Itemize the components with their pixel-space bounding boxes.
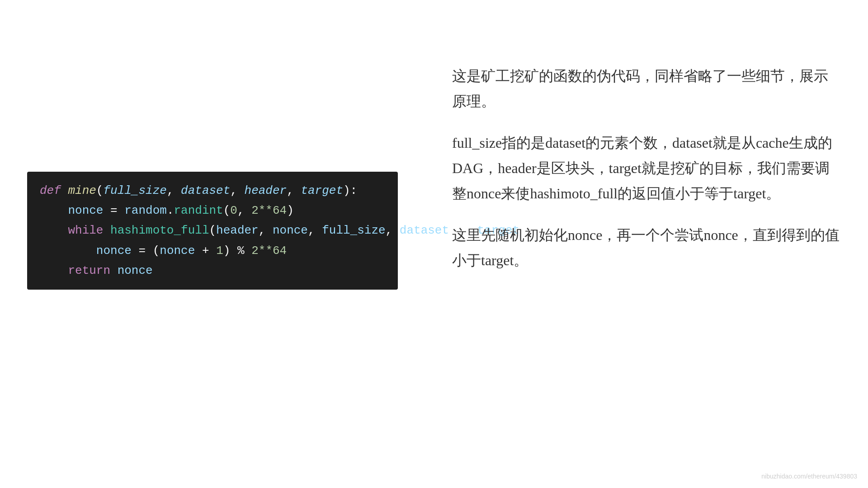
param-target: target [301,184,343,197]
param-dataset: dataset [181,184,230,197]
module-random: random [124,204,167,217]
paragraph-1: 这是矿工挖矿的函数的伪代码，同样省略了一些细节，展示原理。 [452,63,841,114]
num-0: 0 [230,204,237,217]
main-layout: def mine(full_size, dataset, header, tar… [0,0,868,488]
code-block: def mine(full_size, dataset, header, tar… [27,172,398,290]
left-panel: def mine(full_size, dataset, header, tar… [27,172,398,290]
paren-open: ( [96,184,104,197]
method-randint: randint [174,204,223,217]
return-nonce: nonce [118,264,153,277]
keyword-return: return [68,264,110,277]
keyword-def: def [40,184,61,197]
arg-full-size: full_size [322,224,385,237]
param-header: header [245,184,287,197]
var-nonce-update: nonce [96,244,132,258]
right-panel: 这是矿工挖矿的函数的伪代码，同样省略了一些细节，展示原理。 full_size指… [398,54,841,289]
param-full-size: full_size [103,184,166,197]
keyword-while: while [68,224,103,237]
num-2-64: 2**64 [251,204,287,217]
paragraph-2: full_size指的是dataset的元素个数，dataset就是从cache… [452,130,841,206]
fn-hashimoto: hashimoto_full [110,224,209,237]
var-nonce: nonce [68,204,103,217]
arg-nonce: nonce [273,224,308,237]
watermark: nibuzhidao.com/ethereum/439803 [761,473,857,480]
function-name: mine [68,184,96,197]
arg-header: header [216,224,259,237]
paren-close: ): [343,184,357,197]
paragraph-3: 这里先随机初始化nonce，再一个个尝试nonce，直到得到的值小于target… [452,222,841,273]
